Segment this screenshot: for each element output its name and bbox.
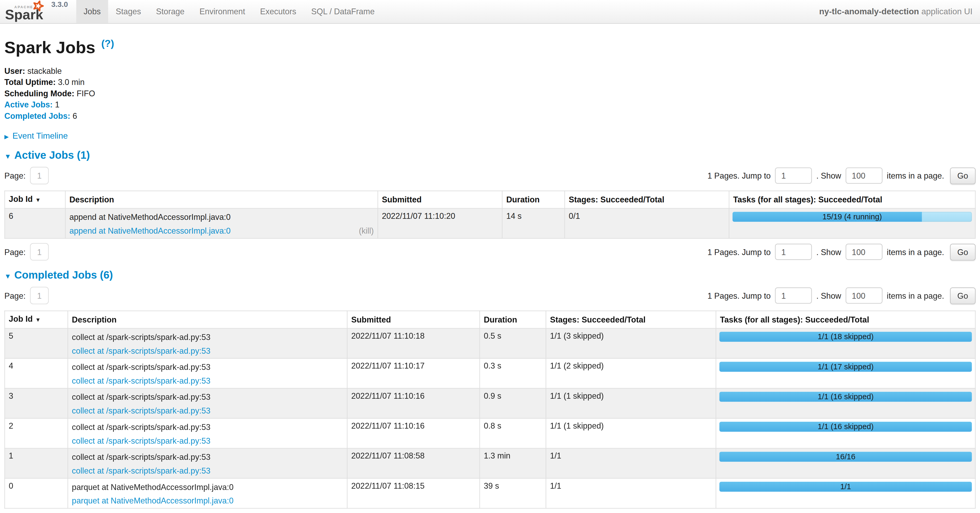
col-tasks[interactable]: Tasks (for all stages): Succeeded/Total xyxy=(716,311,975,328)
page-label: Page: xyxy=(5,171,25,180)
col-description[interactable]: Description xyxy=(65,191,378,208)
col-tasks[interactable]: Tasks (for all stages): Succeeded/Total xyxy=(729,191,975,208)
job-description: collect at /spark-scripts/spark-ad.py:53 xyxy=(72,421,343,432)
col-duration[interactable]: Duration xyxy=(480,311,546,328)
active-jobs-count: 1 xyxy=(55,100,60,109)
application-title: ny-tlc-anomaly-detection application UI xyxy=(819,0,980,23)
job-detail-link[interactable]: collect at /spark-scripts/spark-ad.py:53 xyxy=(72,436,211,445)
uptime-value: 3.0 min xyxy=(58,78,85,87)
page-number-input[interactable] xyxy=(30,243,49,260)
pages-jump-text: 1 Pages. Jump to xyxy=(707,171,771,180)
pagination-bar: Page: 1 Pages. Jump to . Show items in a… xyxy=(5,167,976,184)
progress-label: 1/1 (16 skipped) xyxy=(719,392,972,402)
tasks-progress-bar: 1/1 xyxy=(719,482,972,492)
nav-tabs: Jobs Stages Storage Environment Executor… xyxy=(76,0,382,23)
completed-jobs-link[interactable]: Completed Jobs: xyxy=(5,111,70,121)
completed-jobs-heading[interactable]: ▼Completed Jobs (6) xyxy=(5,269,976,283)
show-count-input[interactable] xyxy=(846,167,882,184)
go-button[interactable]: Go xyxy=(950,287,976,304)
help-link[interactable]: (?) xyxy=(101,38,114,49)
tab-storage[interactable]: Storage xyxy=(148,0,192,23)
col-job-id[interactable]: Job Id▼ xyxy=(5,191,65,208)
job-description: collect at /spark-scripts/spark-ad.py:53 xyxy=(72,361,343,372)
event-timeline-toggle[interactable]: ▶Event Timeline xyxy=(5,131,976,140)
items-text: items in a page. xyxy=(887,171,944,180)
duration-cell: 1.3 min xyxy=(480,448,546,478)
show-text: . Show xyxy=(816,247,841,256)
job-detail-link[interactable]: collect at /spark-scripts/spark-ad.py:53 xyxy=(72,346,211,355)
tasks-cell: 1/1 (16 skipped) xyxy=(716,418,975,448)
progress-label: 1/1 (18 skipped) xyxy=(719,332,972,342)
spark-logo[interactable]: APACHE Spark xyxy=(0,0,46,23)
progress-label: 16/16 xyxy=(719,452,972,462)
page-number-input[interactable] xyxy=(30,167,49,184)
user-label: User: xyxy=(5,66,25,75)
table-row: 3 collect at /spark-scripts/spark-ad.py:… xyxy=(5,388,975,418)
kill-link[interactable]: (kill) xyxy=(359,226,374,235)
stages-cell: 0/1 xyxy=(565,208,729,238)
jump-to-input[interactable] xyxy=(775,287,812,303)
sort-desc-icon: ▼ xyxy=(35,317,41,323)
job-id-cell: 3 xyxy=(5,388,68,418)
go-button[interactable]: Go xyxy=(950,167,976,184)
col-stages[interactable]: Stages: Succeeded/Total xyxy=(546,311,716,328)
duration-cell: 39 s xyxy=(480,478,546,508)
scheduling-mode-label: Scheduling Mode: xyxy=(5,89,74,98)
job-description: collect at /spark-scripts/spark-ad.py:53 xyxy=(72,451,343,462)
tab-sql-dataframe[interactable]: SQL / DataFrame xyxy=(304,0,382,23)
active-jobs-table: Job Id▼ Description Submitted Duration S… xyxy=(5,191,976,239)
show-count-input[interactable] xyxy=(846,287,882,303)
job-detail-link[interactable]: collect at /spark-scripts/spark-ad.py:53 xyxy=(72,406,211,415)
go-button[interactable]: Go xyxy=(950,243,976,260)
col-job-id[interactable]: Job Id▼ xyxy=(5,311,68,328)
tasks-progress-bar: 15/19 (4 running) xyxy=(733,212,972,222)
spark-logo-image: APACHE Spark xyxy=(5,0,46,22)
page-label: Page: xyxy=(5,291,25,300)
table-header-row: Job Id▼ Description Submitted Duration S… xyxy=(5,311,975,328)
tasks-cell: 16/16 xyxy=(716,448,975,478)
col-submitted[interactable]: Submitted xyxy=(347,311,480,328)
jump-to-input[interactable] xyxy=(775,167,812,184)
tab-jobs[interactable]: Jobs xyxy=(76,0,108,23)
description-cell: collect at /spark-scripts/spark-ad.py:53… xyxy=(68,448,347,478)
job-description: collect at /spark-scripts/spark-ad.py:53 xyxy=(72,391,343,402)
stages-cell: 1/1 (1 skipped) xyxy=(546,388,716,418)
show-text: . Show xyxy=(816,171,841,180)
collapse-arrow-icon: ▼ xyxy=(5,150,11,162)
top-navbar: APACHE Spark 3.3.0 Jobs Stages Storage E… xyxy=(0,0,980,24)
job-detail-link[interactable]: parquet at NativeMethodAccessorImpl.java… xyxy=(72,496,234,505)
active-jobs-heading[interactable]: ▼Active Jobs (1) xyxy=(5,149,976,162)
job-id-cell: 5 xyxy=(5,328,68,358)
table-header-row: Job Id▼ Description Submitted Duration S… xyxy=(5,191,975,208)
jump-to-input[interactable] xyxy=(775,244,812,260)
table-row: 4 collect at /spark-scripts/spark-ad.py:… xyxy=(5,358,975,388)
tab-executors[interactable]: Executors xyxy=(253,0,304,23)
progress-label: 1/1 (17 skipped) xyxy=(719,362,972,372)
description-cell: collect at /spark-scripts/spark-ad.py:53… xyxy=(68,328,347,358)
col-stages[interactable]: Stages: Succeeded/Total xyxy=(565,191,729,208)
tasks-progress-bar: 16/16 xyxy=(719,452,972,462)
job-id-cell: 4 xyxy=(5,358,68,388)
job-description: append at NativeMethodAccessorImpl.java:… xyxy=(69,211,374,222)
tab-stages[interactable]: Stages xyxy=(108,0,148,23)
submitted-cell: 2022/11/07 11:10:16 xyxy=(347,418,480,448)
show-count-input[interactable] xyxy=(846,244,882,260)
duration-cell: 0.3 s xyxy=(480,358,546,388)
page-number-input[interactable] xyxy=(30,287,49,304)
pagination-bar: Page: 1 Pages. Jump to . Show items in a… xyxy=(5,287,976,304)
job-detail-link[interactable]: collect at /spark-scripts/spark-ad.py:53 xyxy=(72,376,211,386)
active-jobs-link[interactable]: Active Jobs: xyxy=(5,100,53,109)
submitted-cell: 2022/11/07 11:08:15 xyxy=(347,478,480,508)
submitted-cell: 2022/11/07 11:10:18 xyxy=(347,328,480,358)
description-cell: collect at /spark-scripts/spark-ad.py:53… xyxy=(68,388,347,418)
tab-environment[interactable]: Environment xyxy=(192,0,253,23)
col-submitted[interactable]: Submitted xyxy=(378,191,502,208)
col-description[interactable]: Description xyxy=(68,311,347,328)
table-row: 2 collect at /spark-scripts/spark-ad.py:… xyxy=(5,418,975,448)
job-detail-link[interactable]: collect at /spark-scripts/spark-ad.py:53 xyxy=(72,466,211,475)
submitted-cell: 2022/11/07 11:10:20 xyxy=(378,208,502,238)
stages-cell: 1/1 (2 skipped) xyxy=(546,358,716,388)
spark-version: 3.3.0 xyxy=(51,0,68,23)
col-duration[interactable]: Duration xyxy=(502,191,565,208)
job-detail-link[interactable]: append at NativeMethodAccessorImpl.java:… xyxy=(69,226,231,235)
